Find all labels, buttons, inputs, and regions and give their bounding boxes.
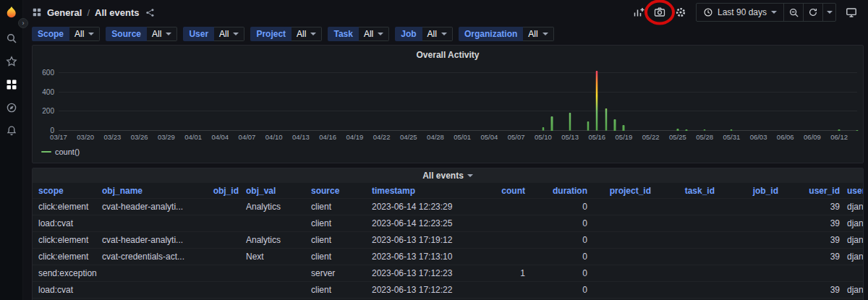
all-events-panel: All events scopeobj_nameobj_idobj_valsou… (32, 168, 864, 300)
caret-down-icon (441, 33, 447, 35)
column-header-source[interactable]: source (311, 186, 372, 196)
y-axis-tick-label: 400 (34, 88, 54, 96)
add-panel-button[interactable] (629, 3, 649, 22)
column-header-user[interactable]: user (847, 186, 864, 196)
variable-label: Organization (459, 27, 523, 41)
cell-user_id: 39 (786, 202, 847, 212)
variable-value-dropdown[interactable]: All (523, 27, 553, 41)
cell-obj_name: cvat-credentials-act... (102, 252, 205, 262)
caret-down-icon (166, 33, 171, 35)
x-axis-tick-label: 05/07 (508, 133, 525, 141)
breadcrumb-separator: / (87, 7, 90, 18)
refresh-button[interactable] (803, 4, 822, 21)
column-header-duration[interactable]: duration (532, 186, 595, 196)
legend-series-label: count() (55, 147, 80, 156)
chart-bar (731, 129, 733, 131)
column-header-obj_name[interactable]: obj_name (102, 186, 205, 196)
breadcrumb-dashboard-title[interactable]: All events (95, 7, 139, 18)
breadcrumb-folder[interactable]: General (47, 7, 82, 18)
variable-value-dropdown[interactable]: All (292, 27, 322, 41)
time-range-picker[interactable]: Last 90 days (697, 4, 783, 21)
table-title-label: All events (422, 171, 464, 181)
cell-duration: 0 (532, 285, 595, 295)
table-row: click:elementcvat-header-analyti...Analy… (33, 232, 863, 249)
caret-down-icon (233, 33, 239, 35)
x-axis-tick-label: 04/19 (346, 133, 363, 141)
gridline (59, 72, 857, 73)
x-axis-baseline (59, 130, 857, 131)
column-header-job_id[interactable]: job_id (722, 186, 786, 196)
clock-icon (703, 7, 713, 17)
chart-x-axis: 03/1703/2003/2303/2603/2904/0104/0404/07… (59, 133, 857, 143)
tv-kiosk-icon (846, 7, 857, 18)
refresh-interval-dropdown[interactable] (822, 4, 835, 21)
cell-obj_val: Analytics (246, 202, 311, 212)
variable-scope: ScopeAll (32, 27, 100, 41)
variable-value-dropdown[interactable]: All (147, 27, 177, 41)
x-axis-tick-label: 05/19 (616, 133, 633, 141)
x-axis-tick-label: 06/12 (830, 133, 848, 141)
dashboard-settings-button[interactable] (671, 3, 691, 22)
cell-user_id: 39 (786, 235, 847, 245)
variable-value-dropdown[interactable]: All (69, 27, 100, 41)
cell-timestamp: 2023-06-13 17:12:23 (372, 268, 476, 278)
cell-duration: 0 (532, 252, 595, 262)
column-header-obj_id[interactable]: obj_id (205, 186, 246, 196)
cell-duration: 0 (532, 218, 595, 228)
chart-bar (569, 113, 571, 131)
x-axis-tick-label: 03/29 (158, 133, 175, 141)
cell-source: client (311, 285, 372, 295)
time-range-label: Last 90 days (718, 7, 767, 17)
column-header-count[interactable]: count (476, 186, 532, 196)
caret-down-icon (88, 33, 94, 35)
column-header-scope[interactable]: scope (38, 186, 102, 196)
snapshot-camera-button[interactable] (650, 3, 670, 22)
kiosk-mode-button[interactable] (841, 3, 861, 22)
column-header-user_id[interactable]: user_id (786, 186, 847, 196)
star-icon[interactable] (2, 53, 21, 69)
column-header-project_id[interactable]: project_id (595, 186, 658, 196)
cell-source: client (311, 252, 372, 262)
column-header-timestamp[interactable]: timestamp (372, 186, 476, 196)
column-header-obj_val[interactable]: obj_val (246, 186, 311, 196)
time-controls-group: Last 90 days (696, 3, 836, 22)
gridline (59, 111, 857, 111)
cell-obj_val: Next (246, 252, 311, 262)
explore-compass-icon[interactable] (2, 100, 21, 116)
alert-bell-icon[interactable] (2, 123, 21, 139)
x-axis-tick-label: 05/31 (723, 133, 740, 141)
chart-panel-title[interactable]: Overall Activity (33, 48, 863, 61)
variable-value-dropdown[interactable]: All (214, 27, 244, 41)
cell-user: djan (847, 218, 864, 228)
variable-job: JobAll (395, 27, 453, 41)
cell-timestamp: 2023-06-13 17:19:12 (372, 235, 476, 245)
cell-scope: click:element (38, 252, 102, 262)
chart-legend-item[interactable]: count() (33, 143, 863, 156)
cell-timestamp: 2023-06-14 12:23:29 (372, 202, 476, 212)
search-icon[interactable] (2, 30, 21, 46)
caret-down-icon (467, 174, 473, 177)
table-row: click:elementcvat-header-analyti...Analy… (33, 199, 863, 215)
x-axis-tick-label: 04/10 (265, 133, 283, 141)
cell-user: djan (847, 252, 864, 262)
variable-value-dropdown[interactable]: All (359, 27, 389, 41)
cell-scope: click:element (38, 202, 102, 212)
chart-bar (623, 125, 625, 131)
variable-value-dropdown[interactable]: All (422, 27, 453, 41)
cell-user_id: 39 (786, 218, 847, 228)
variable-source: SourceAll (106, 27, 177, 41)
x-axis-tick-label: 05/13 (561, 133, 579, 141)
x-axis-tick-label: 04/22 (373, 133, 391, 141)
zoom-out-button[interactable] (783, 4, 803, 21)
cell-scope: click:element (38, 235, 102, 245)
table-panel-title[interactable]: All events (33, 168, 863, 183)
column-header-task_id[interactable]: task_id (658, 186, 722, 196)
table-row: load:cvatclient2023-06-13 17:12:22039dja… (33, 282, 863, 299)
dashboards-grid-icon[interactable] (2, 77, 21, 93)
template-variables-bar: ScopeAllSourceAllUserAllProjectAllTaskAl… (32, 25, 864, 43)
share-icon[interactable] (145, 8, 155, 17)
sidebar-expand-chevron[interactable]: › (18, 18, 28, 28)
cell-scope: load:cvat (38, 285, 102, 295)
x-axis-tick-label: 03/23 (104, 133, 122, 141)
variable-label: Scope (32, 27, 69, 41)
